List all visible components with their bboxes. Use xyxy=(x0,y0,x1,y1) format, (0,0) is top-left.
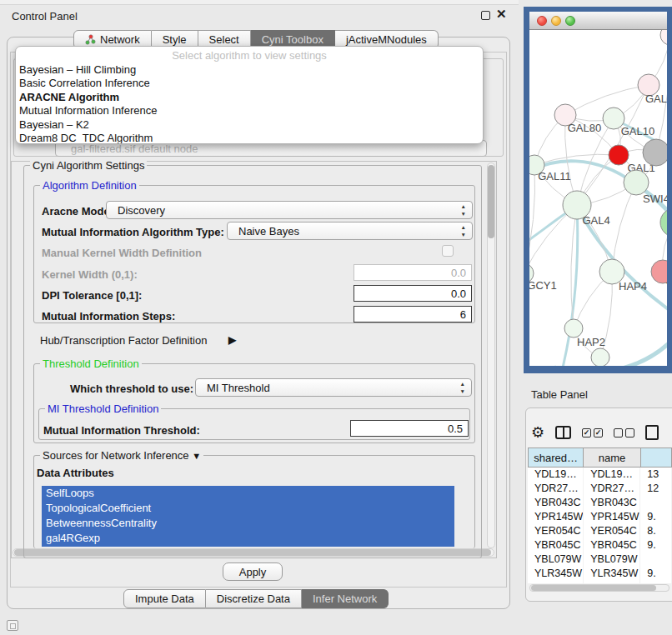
table-horizontal-scrollbar[interactable] xyxy=(529,584,669,592)
application-window: Control Panel ✕ gal-filtered.sif default… xyxy=(0,0,672,635)
network-node[interactable] xyxy=(643,139,667,166)
manual-kernel-checkbox[interactable] xyxy=(442,245,454,257)
attribute-item-selected[interactable]: TopologicalCoefficient xyxy=(42,501,454,516)
tab-infer-network[interactable]: Infer Network xyxy=(302,589,389,608)
table-cell: YBR045C xyxy=(528,538,584,552)
dpi-tolerance-field[interactable]: 0.0 xyxy=(354,285,472,302)
kernel-width-label: Kernel Width (0,1): xyxy=(42,268,138,281)
algorithm-option[interactable]: ARACNE Algorithm xyxy=(16,91,483,104)
table-cell: 9. xyxy=(640,510,672,524)
table-cell: 8. xyxy=(640,524,672,538)
algorithm-option[interactable]: Bayesian – K2 xyxy=(16,118,483,132)
deselect-all-icon[interactable] xyxy=(614,428,634,438)
expand-right-icon[interactable]: ▶ xyxy=(228,334,236,346)
tab-label: Discretize Data xyxy=(217,592,290,605)
table-cell: 13 xyxy=(640,468,672,482)
apply-button[interactable]: Apply xyxy=(223,562,283,581)
tab-impute-data[interactable]: Impute Data xyxy=(123,589,206,608)
algorithm-dropdown-popup: Select algorithm to view settings Bayesi… xyxy=(15,46,484,144)
network-icon xyxy=(85,34,96,45)
close-panel-icon[interactable]: ✕ xyxy=(496,7,507,22)
network-window-titlebar[interactable] xyxy=(529,12,667,30)
column-header[interactable]: name xyxy=(584,448,640,468)
network-node-y[interactable] xyxy=(651,260,667,283)
zoom-window-icon[interactable] xyxy=(565,16,575,26)
data-attributes-list[interactable]: SelfLoopsTopologicalCoefficientBetweenne… xyxy=(42,486,454,547)
table-row[interactable]: YLR345WYLR345W9. xyxy=(528,567,672,581)
mi-steps-field[interactable]: 6 xyxy=(354,306,472,322)
algorithm-option[interactable]: Bayesian – Hill Climbing xyxy=(16,63,483,77)
column-header[interactable] xyxy=(641,448,672,468)
network-node-label: GCY1 xyxy=(529,279,557,292)
collapse-down-icon[interactable]: ▼ xyxy=(192,451,201,461)
table-cell: YIL052C xyxy=(528,581,584,583)
attribute-item-selected[interactable]: BetweennessCentrality xyxy=(42,516,454,531)
table-row[interactable]: YBR043CYBR043C xyxy=(528,496,672,510)
algorithm-placeholder: Select algorithm to view settings xyxy=(16,47,483,63)
network-node-label: GAL80 xyxy=(568,122,601,134)
gear-icon[interactable]: ⚙ xyxy=(531,424,544,441)
table-rows: YDL19…YDL19…13YDR27…YDR27…12YBR043CYBR04… xyxy=(528,468,672,583)
tab-label: Impute Data xyxy=(135,592,194,605)
table-row[interactable]: YPR145WYPR145W9. xyxy=(528,510,672,524)
table-row[interactable]: YER054CYER054C8. xyxy=(528,524,672,538)
table-hscroll-thumb[interactable] xyxy=(531,585,656,591)
network-node[interactable] xyxy=(660,208,667,237)
vertical-scrollbar[interactable] xyxy=(487,162,495,548)
mi-threshold-label: Mutual Information Threshold: xyxy=(43,424,200,437)
aracne-mode-select[interactable]: Discovery ▲▼ xyxy=(106,201,473,219)
network-node[interactable] xyxy=(591,348,609,366)
which-threshold-label: Which threshold to use: xyxy=(70,382,193,395)
network-edge-thick[interactable] xyxy=(563,207,578,366)
minimize-window-icon[interactable] xyxy=(551,16,561,26)
algorithm-option[interactable]: Basic Correlation Inference xyxy=(16,77,483,90)
kernel-width-field[interactable]: 0.0 xyxy=(354,264,472,281)
table-row[interactable]: YIL052CYIL052C8. xyxy=(528,581,672,583)
network-edge-thick[interactable] xyxy=(554,334,667,366)
float-panel-icon[interactable] xyxy=(481,11,490,20)
network-canvas[interactable]: GALGAL80GAL10GAL1GAL11SWI4GAL4GCY1HAP4YH… xyxy=(529,30,667,366)
network-node-label: GAL4 xyxy=(582,214,609,227)
network-node-hap2[interactable] xyxy=(564,319,583,338)
mi-type-label: Mutual Information Algorithm Type: xyxy=(42,226,224,238)
algorithm-list: Bayesian – Hill ClimbingBasic Correlatio… xyxy=(16,63,483,144)
close-window-icon[interactable] xyxy=(537,16,547,26)
table-row[interactable]: YBL079WYBL079W xyxy=(528,552,672,567)
aracne-mode-label: Aracne Mode: xyxy=(42,205,113,218)
network-node-label: Y xyxy=(666,280,667,292)
mi-threshold-field[interactable]: 0.5 xyxy=(350,420,469,437)
table-row[interactable]: YDL19…YDL19…13 xyxy=(528,468,672,482)
spinner-arrows-icon: ▲▼ xyxy=(461,224,466,238)
table-cell: YBR043C xyxy=(528,496,584,510)
hub-definition-label[interactable]: Hub/Transcription Factor Definition xyxy=(40,334,207,347)
table-row[interactable]: YDR27…YDR27…12 xyxy=(528,482,672,496)
select-all-icon[interactable]: ✓✓ xyxy=(582,428,603,438)
table-row[interactable]: YBR045CYBR045C9. xyxy=(528,538,672,552)
network-node[interactable] xyxy=(660,30,667,45)
network-edge[interactable] xyxy=(612,182,636,272)
attribute-item-selected[interactable]: SelfLoops xyxy=(42,486,454,501)
network-view-window[interactable]: GALGAL80GAL10GAL1GAL11SWI4GAL4GCY1HAP4YH… xyxy=(524,7,672,373)
table-cell: YBR043C xyxy=(584,496,640,510)
algorithm-option[interactable]: Mutual Information Inference xyxy=(16,104,483,118)
vertical-scrollbar-thumb[interactable] xyxy=(488,165,494,238)
column-header[interactable]: shared… xyxy=(528,448,584,468)
dock-panel-icon[interactable] xyxy=(7,620,18,631)
split-columns-icon[interactable] xyxy=(555,426,571,439)
mi-threshold-group-title: MI Threshold Definition xyxy=(45,402,161,415)
tab-discretize-data[interactable]: Discretize Data xyxy=(206,589,302,608)
top-divider xyxy=(0,0,519,5)
aracne-mode-value: Discovery xyxy=(118,204,165,217)
mi-type-select[interactable]: Naive Bayes ▲▼ xyxy=(227,222,473,240)
table-cell: 12 xyxy=(640,482,672,496)
network-edge[interactable] xyxy=(529,165,535,273)
table-cell: YPR145W xyxy=(584,510,640,524)
new-table-icon[interactable] xyxy=(645,425,659,440)
table-panel-title: Table Panel xyxy=(531,388,588,401)
attribute-item-selected[interactable]: gal4RGexp xyxy=(42,531,454,546)
table-cell: 9. xyxy=(640,567,672,581)
network-node-gal1[interactable] xyxy=(609,145,629,165)
algorithm-option[interactable]: Dream8 DC_TDC Algorithm xyxy=(16,132,483,144)
network-node-swi4[interactable] xyxy=(624,170,649,195)
which-threshold-select[interactable]: MI Threshold ▲▼ xyxy=(195,378,472,397)
